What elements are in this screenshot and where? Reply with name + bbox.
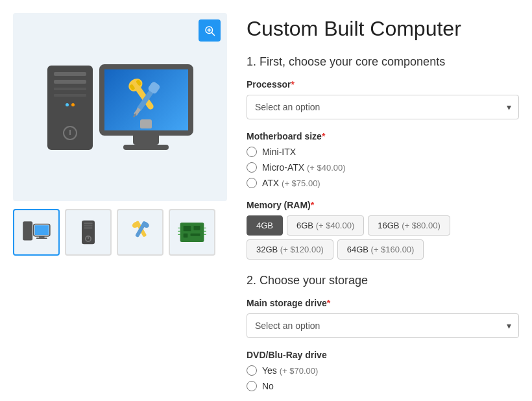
memory-field: Memory (RAM)* 4GB 6GB (+ $40.00) 16GB (+… bbox=[247, 200, 519, 260]
svg-rect-30 bbox=[184, 234, 188, 238]
processor-required: * bbox=[291, 79, 294, 90]
thumbnail-4[interactable] bbox=[169, 209, 215, 256]
dvd-no[interactable]: No bbox=[247, 381, 519, 391]
product-config-panel: Custom Built Computer 1. First, choose y… bbox=[247, 13, 519, 401]
dvd-label: DVD/Blu-Ray drive bbox=[247, 350, 519, 360]
thumbnail-1[interactable] bbox=[13, 209, 60, 256]
memory-64gb[interactable]: 64GB (+ $160.00) bbox=[337, 239, 424, 260]
product-title: Custom Built Computer bbox=[247, 16, 519, 41]
thumbnail-3[interactable] bbox=[117, 209, 163, 256]
memory-required: * bbox=[311, 200, 314, 210]
memory-6gb[interactable]: 6GB (+ $40.00) bbox=[287, 215, 364, 236]
storage-select[interactable]: Select an option 250GB SSD 500GB SSD 1TB… bbox=[247, 313, 519, 338]
svg-rect-28 bbox=[184, 226, 191, 231]
processor-select-wrapper: Select an option Intel Core i3 Intel Cor… bbox=[247, 95, 519, 119]
svg-rect-15 bbox=[39, 236, 44, 238]
motherboard-radio-group: Mini-ITX Micro-ATX (+ $40.00) ATX (+ $75… bbox=[247, 147, 519, 188]
svg-rect-16 bbox=[36, 237, 47, 239]
motherboard-micro-atx[interactable]: Micro-ATX (+ $40.00) bbox=[247, 162, 519, 173]
storage-select-wrapper: Select an option 250GB SSD 500GB SSD 1TB… bbox=[247, 313, 519, 338]
svg-rect-19 bbox=[84, 225, 92, 226]
monitor-group bbox=[99, 64, 193, 150]
motherboard-radio-atx[interactable] bbox=[247, 178, 257, 188]
dvd-radio-no[interactable] bbox=[247, 381, 257, 391]
motherboard-required: * bbox=[322, 131, 325, 141]
storage-field: Main storage drive* Select an option 250… bbox=[247, 298, 519, 338]
zoom-button[interactable] bbox=[199, 19, 221, 42]
memory-button-group: 4GB 6GB (+ $40.00) 16GB (+ $80.00) 32GB … bbox=[247, 215, 519, 260]
motherboard-label: Motherboard size* bbox=[247, 131, 519, 141]
computer-illustration bbox=[47, 64, 193, 150]
dvd-field: DVD/Blu-Ray drive Yes (+ $70.00) No bbox=[247, 350, 519, 391]
section-2-heading: 2. Choose your storage bbox=[247, 274, 519, 287]
motherboard-radio-mini-itx[interactable] bbox=[247, 147, 257, 157]
svg-rect-22 bbox=[88, 237, 89, 239]
svg-rect-14 bbox=[35, 225, 49, 235]
memory-label: Memory (RAM)* bbox=[247, 200, 519, 210]
motherboard-field: Motherboard size* Mini-ITX Micro-ATX (+ … bbox=[247, 131, 519, 188]
memory-16gb[interactable]: 16GB (+ $80.00) bbox=[368, 215, 450, 236]
dvd-yes[interactable]: Yes (+ $70.00) bbox=[247, 365, 519, 376]
storage-label: Main storage drive* bbox=[247, 298, 519, 308]
dvd-radio-yes[interactable] bbox=[247, 365, 257, 376]
main-product-image bbox=[13, 13, 227, 201]
motherboard-radio-micro-atx[interactable] bbox=[247, 162, 257, 173]
svg-line-1 bbox=[212, 32, 214, 35]
thumbnail-2[interactable] bbox=[65, 209, 112, 256]
motherboard-atx[interactable]: ATX (+ $75.00) bbox=[247, 178, 519, 188]
processor-label: Processor* bbox=[247, 79, 519, 90]
processor-select[interactable]: Select an option Intel Core i3 Intel Cor… bbox=[247, 95, 519, 119]
svg-rect-18 bbox=[84, 223, 92, 225]
motherboard-mini-itx[interactable]: Mini-ITX bbox=[247, 147, 519, 157]
memory-32gb[interactable]: 32GB (+ $120.00) bbox=[247, 239, 333, 260]
svg-rect-20 bbox=[84, 228, 92, 229]
svg-rect-29 bbox=[194, 226, 200, 230]
storage-required: * bbox=[327, 298, 330, 308]
thumbnail-strip bbox=[13, 209, 227, 256]
section-1-heading: 1. First, choose your core components bbox=[247, 55, 519, 69]
processor-field: Processor* Select an option Intel Core i… bbox=[247, 79, 519, 119]
svg-rect-31 bbox=[191, 234, 200, 236]
dvd-radio-group: Yes (+ $70.00) No bbox=[247, 365, 519, 391]
product-image-panel bbox=[13, 13, 227, 401]
memory-4gb[interactable]: 4GB bbox=[247, 215, 283, 236]
svg-rect-12 bbox=[23, 221, 32, 240]
tower-pc bbox=[47, 66, 93, 150]
svg-rect-27 bbox=[180, 223, 204, 242]
